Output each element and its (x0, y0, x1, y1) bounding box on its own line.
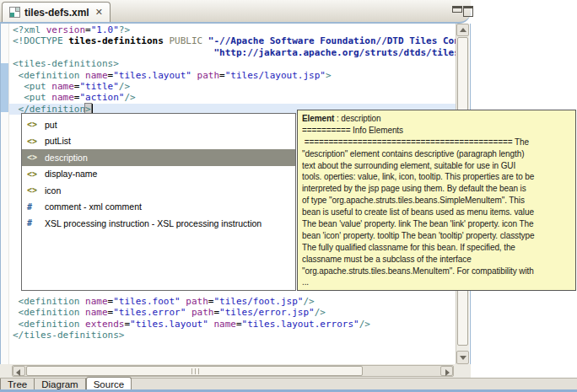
doc-line: ... (302, 277, 571, 288)
code-line[interactable]: <definition name="tiles.error" path="til… (9, 307, 456, 318)
completion-item-label: description (45, 153, 88, 163)
doc-line: The bean 'value' property. link The bean… (302, 218, 571, 230)
code-line[interactable]: <definition name="tiles.layout" path="ti… (9, 70, 456, 81)
xml-element-icon: <> (27, 169, 39, 179)
doc-line: "org.apache.struts.tiles.beans.MenuItem"… (302, 266, 571, 277)
xml-element-icon: <> (27, 153, 39, 162)
scroll-left-button[interactable] (13, 366, 25, 376)
editor-tab-tiles-defs[interactable]: tiles-defs.xml ✕ (2, 2, 111, 22)
completion-item-putlist[interactable]: <>putList (22, 133, 295, 150)
completion-item-label: icon (45, 185, 61, 196)
code-line[interactable]: "http://jakarta.apache.org/struts/dtds/t… (9, 47, 456, 58)
doc-line: The fully qualified classname for this b… (302, 242, 571, 254)
minimize-button[interactable] (452, 6, 462, 13)
code-line[interactable]: <definition extends="tiles.layout" name=… (9, 319, 456, 330)
processing-instruction-icon: # (27, 202, 39, 212)
code-line[interactable]: <put name="title"/> (9, 81, 456, 92)
completion-item-label: putList (45, 136, 71, 146)
doc-tooltip-panel: Element : description ========== Info El… (297, 110, 576, 291)
completion-item-icon[interactable]: <>icon (22, 182, 295, 199)
completion-item-description[interactable]: <>description (22, 149, 295, 166)
page-tab-row: TreeDiagramSource (0, 378, 577, 390)
down-arrow-icon (460, 356, 466, 360)
doc-line: of type "org.apache.struts.tiles.beans.S… (302, 195, 571, 207)
range-indicator (1, 63, 8, 112)
close-icon[interactable]: ✕ (95, 7, 103, 18)
completion-item-xsl[interactable]: #XSL processing instruction - XSL proces… (22, 215, 295, 232)
editor-tab-bar: tiles-defs.xml ✕ (0, 0, 471, 24)
completion-item-put[interactable]: <>put (22, 116, 295, 133)
doc-line: bean 'icon' property. tooltip The bean '… (302, 230, 571, 242)
doc-title: Element : description (302, 113, 571, 125)
completion-item-comment[interactable]: #comment - xml comment (22, 199, 295, 216)
xml-element-icon: <> (27, 185, 39, 195)
xml-file-icon (9, 7, 20, 18)
xml-editor-window: tiles-defs.xml ✕ <?xml version="1.0"?><!… (0, 0, 577, 392)
editor-tab-title: tiles-defs.xml (24, 7, 89, 19)
content-assist-popup: <>put<>putList<>description<>display-nam… (21, 113, 296, 291)
code-line[interactable]: <?xml version="1.0"?> (9, 24, 456, 35)
code-area-bottom[interactable]: <definition name="tiles.foot" path="tile… (9, 296, 456, 341)
code-line[interactable]: <!DOCTYPE tiles-definitions PUBLIC "-//A… (9, 35, 456, 46)
doc-line: ========================================… (302, 137, 571, 148)
maximize-button[interactable] (463, 6, 473, 17)
up-arrow-icon (460, 28, 466, 32)
scroll-right-button[interactable] (440, 366, 453, 376)
completion-item-label: XSL processing instruction - XSL process… (45, 218, 262, 228)
horizontal-scrollbar[interactable] (12, 365, 454, 377)
tab-diagram[interactable]: Diagram (35, 379, 85, 390)
right-arrow-icon (445, 369, 450, 376)
processing-instruction-icon: # (27, 218, 39, 228)
text-caret (92, 104, 93, 113)
horizontal-scrollbar-row (0, 364, 471, 378)
code-line[interactable]: <put name="action"/> (9, 92, 456, 103)
completion-item-label: comment - xml comment (45, 201, 142, 212)
scrollbar-grip (191, 368, 199, 374)
xml-element-icon: <> (27, 120, 39, 129)
code-area-top[interactable]: <?xml version="1.0"?><!DOCTYPE tiles-def… (9, 24, 456, 115)
tab-tree[interactable]: Tree (0, 379, 35, 390)
completion-item-label: put (45, 120, 57, 130)
completion-item-label: display-name (45, 169, 97, 179)
scroll-up-button[interactable] (456, 24, 469, 36)
doc-line: interpreted by the jsp page using them. … (302, 183, 571, 195)
doc-line: tools. operties: value, link, icon, tool… (302, 171, 571, 183)
horizontal-scrollbar-thumb[interactable] (26, 366, 363, 376)
doc-line: text about the surrounding element, suit… (302, 160, 571, 172)
code-line[interactable]: </tiles-definitions> (9, 330, 456, 341)
scroll-down-button[interactable] (456, 351, 469, 364)
doc-line: ========== Info Elements (302, 125, 571, 137)
xml-element-icon: <> (27, 137, 39, 146)
code-line[interactable]: <tiles-definitions> (9, 58, 456, 69)
left-arrow-icon (16, 369, 20, 376)
marker-bar[interactable] (1, 24, 9, 364)
doc-line: classname must be a subclass of the inte… (302, 254, 571, 266)
code-line[interactable]: <definition name="tiles.foot" path="tile… (9, 296, 456, 307)
doc-line: "description" element contains descripti… (302, 148, 571, 160)
doc-line: bean is useful to create list of beans u… (302, 207, 571, 218)
completion-item-display-name[interactable]: <>display-name (22, 166, 295, 183)
